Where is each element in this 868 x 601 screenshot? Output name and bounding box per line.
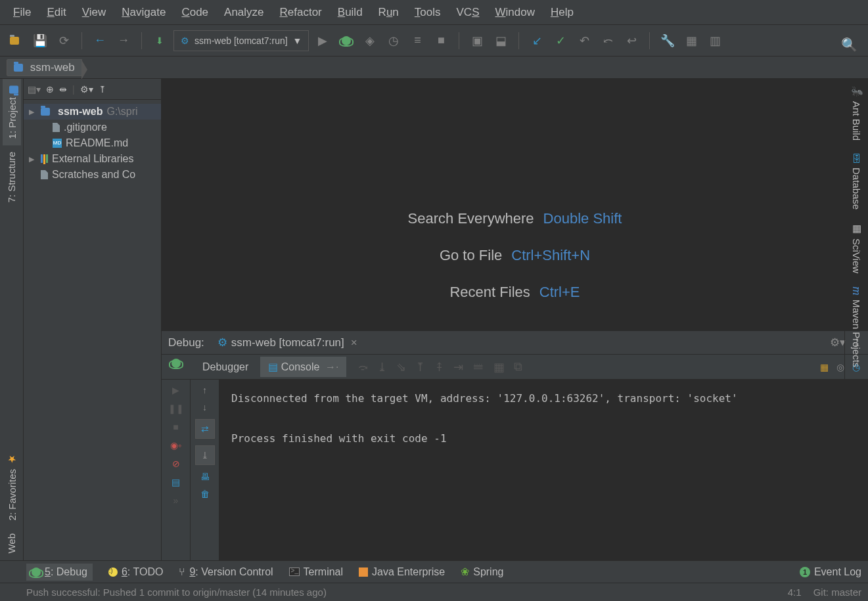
tab-sciview[interactable]: ▦SciView — [848, 216, 865, 280]
search-everywhere-icon[interactable]: 🔍 — [841, 37, 857, 53]
hide-icon[interactable]: ⤒ — [99, 84, 106, 95]
menu-run[interactable]: Run — [371, 3, 407, 22]
run-config-selector[interactable]: ⚙ ssm-web [tomcat7:run] ▼ — [173, 30, 309, 51]
sync-icon[interactable]: ⟳ — [54, 31, 74, 51]
gear-icon[interactable]: ⚙▾ — [830, 336, 846, 349]
tab-terminal[interactable]: Terminal — [289, 566, 343, 578]
layout-icon[interactable]: ▣ — [467, 31, 487, 51]
tree-file-readme[interactable]: MD README.md — [24, 135, 161, 151]
vcs-history-icon[interactable]: ↶ — [574, 31, 594, 51]
restore-layout-icon[interactable]: ▤ — [171, 477, 180, 487]
save-all-icon[interactable]: 💾 — [30, 31, 50, 51]
evaluate-icon[interactable]: ⩸ — [472, 360, 484, 374]
tab-ant-build[interactable]: 🐜Ant Build — [848, 79, 865, 147]
tab-project[interactable]: 1: Project — [3, 79, 21, 145]
project-view-select[interactable]: ▤▾ — [28, 84, 41, 95]
terminal-icon — [289, 568, 300, 576]
vcs-update-icon[interactable]: ↙ — [527, 31, 547, 51]
scroll-end-icon[interactable]: ⤓ — [195, 445, 215, 465]
menu-refactor[interactable]: Refactor — [272, 3, 330, 22]
tab-maven[interactable]: mMaven Projects — [847, 280, 867, 374]
menu-code[interactable]: Code — [173, 3, 216, 22]
run-button[interactable]: ▶ — [313, 31, 332, 51]
soft-wrap-icon[interactable]: ⇄ — [195, 419, 215, 439]
git-branch[interactable]: Git: master — [813, 587, 861, 598]
run-to-cursor-icon[interactable]: ⇥ — [453, 360, 463, 374]
menu-edit[interactable]: Edit — [39, 3, 74, 22]
step-into-icon[interactable]: ⤓ — [377, 360, 387, 374]
forward-icon[interactable]: → — [114, 31, 133, 51]
menu-vcs[interactable]: VCS — [449, 3, 488, 22]
breadcrumb-root[interactable]: ssm-web — [7, 59, 82, 76]
drop-frame-icon[interactable]: ⤉ — [434, 360, 444, 374]
tree-project-root[interactable]: ▶ ssm-web G:\spri — [24, 104, 161, 120]
more-icon[interactable]: » — [173, 495, 179, 506]
menu-tools[interactable]: Tools — [407, 3, 449, 22]
gear-icon[interactable]: ⚙▾ — [80, 84, 93, 95]
expand-icon[interactable]: ▶ — [29, 108, 37, 116]
layout2-icon[interactable]: ⬓ — [491, 31, 511, 51]
step-out-icon[interactable]: ⤒ — [415, 360, 425, 374]
collapse-icon[interactable]: ⇹ — [59, 84, 67, 95]
menu-analyze[interactable]: Analyze — [216, 3, 271, 22]
attach-icon[interactable]: ≡ — [407, 31, 427, 51]
tree-file-gitignore[interactable]: .gitignore — [24, 120, 161, 135]
tab-version-control[interactable]: ⑂ 9: Version Control — [179, 566, 273, 578]
rerun-debug-icon[interactable] — [171, 359, 181, 370]
tab-structure[interactable]: 7: Structure — [3, 145, 20, 210]
sdk-icon[interactable]: ▥ — [705, 31, 725, 51]
close-icon[interactable]: × — [351, 336, 357, 349]
calculator-icon[interactable]: ▦ — [493, 360, 505, 374]
tab-todo[interactable]: 6: TODO — [108, 566, 163, 578]
tab-web[interactable]: Web — [3, 527, 20, 560]
back-icon[interactable]: ← — [90, 31, 110, 51]
debugger-tab[interactable]: Debugger — [194, 357, 256, 377]
undo-icon[interactable]: ↩ — [622, 31, 641, 51]
tab-debug[interactable]: 5: Debug — [26, 564, 93, 581]
profile-icon[interactable]: ◷ — [384, 31, 403, 51]
coverage-icon[interactable]: ◈ — [360, 31, 380, 51]
step-over-icon[interactable]: ⤼ — [358, 360, 368, 374]
down-icon[interactable]: ↓ — [202, 402, 207, 412]
debug-session-tab[interactable]: ⚙ ssm-web [tomcat7:run] × — [212, 333, 363, 352]
pin-icon[interactable]: →· — [325, 361, 338, 372]
stop-icon[interactable]: ■ — [431, 31, 451, 51]
tree-external-libraries[interactable]: ▶ External Libraries — [24, 151, 161, 167]
tab-spring[interactable]: ❀ Spring — [461, 566, 503, 578]
console-output[interactable]: Disconnected from the target VM, address… — [219, 380, 868, 560]
expand-icon[interactable]: ▶ — [29, 155, 37, 164]
console-tab[interactable]: ▤ Console →· — [260, 357, 346, 377]
thread-dump-icon[interactable]: ▦ — [820, 362, 829, 372]
breakpoints-icon[interactable]: ◉◦ — [170, 440, 181, 451]
settings-icon[interactable]: 🔧 — [658, 31, 677, 51]
scroll-to-icon[interactable]: ⊕ — [46, 84, 54, 95]
tree-scratches[interactable]: Scratches and Co — [24, 167, 161, 183]
tab-database[interactable]: 🗄Database — [848, 147, 865, 216]
force-step-icon[interactable]: ⇘ — [396, 360, 406, 374]
menu-file[interactable]: FFileile — [5, 3, 39, 22]
menu-window[interactable]: Window — [487, 3, 542, 22]
trace-icon[interactable]: ⧉ — [514, 360, 522, 374]
print-icon[interactable]: 🖶 — [200, 472, 210, 482]
mute-bp-icon[interactable]: ⊘ — [172, 458, 180, 469]
pause-icon[interactable]: ❚❚ — [168, 403, 184, 414]
stop-icon[interactable]: ■ — [173, 422, 178, 432]
tab-java-enterprise[interactable]: Java Enterprise — [359, 566, 445, 578]
resume-icon[interactable]: ▶ — [172, 385, 179, 395]
menu-navigate[interactable]: Navigate — [114, 3, 173, 22]
structure-icon[interactable]: ▦ — [681, 31, 701, 51]
build-icon[interactable]: ⬇ — [150, 31, 170, 51]
vcs-commit-icon[interactable]: ✓ — [551, 31, 570, 51]
caret-position[interactable]: 4:1 — [788, 587, 802, 598]
clear-icon[interactable]: 🗑 — [200, 489, 210, 499]
settings-icon[interactable]: ◎ — [836, 362, 844, 372]
debug-button[interactable] — [336, 31, 356, 51]
vcs-revert-icon[interactable]: ⤺ — [598, 31, 618, 51]
tab-favorites[interactable]: 2: Favorites ★ — [3, 447, 20, 527]
open-icon[interactable] — [7, 31, 26, 51]
menu-view[interactable]: View — [74, 3, 114, 22]
tab-event-log[interactable]: 1 Event Log — [800, 566, 861, 578]
up-icon[interactable]: ↑ — [202, 385, 207, 395]
menu-build[interactable]: Build — [330, 3, 371, 22]
menu-help[interactable]: Help — [543, 3, 582, 22]
